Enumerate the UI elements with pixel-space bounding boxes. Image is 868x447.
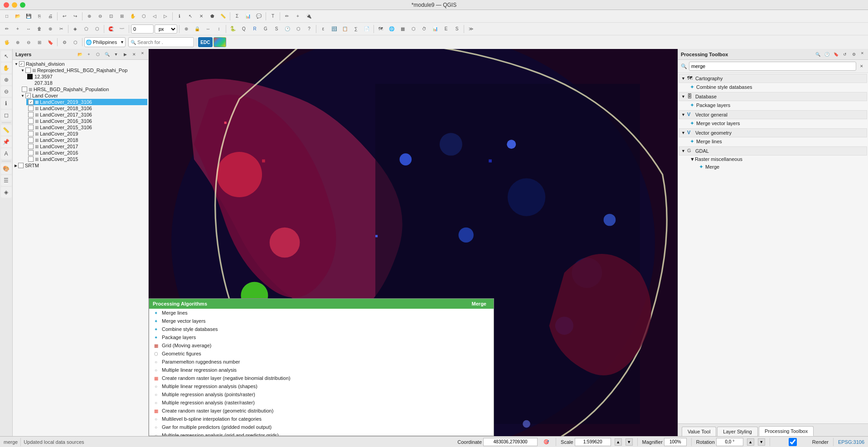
tab-value-tool[interactable]: Value Tool: [682, 427, 716, 436]
layer-landcover-group[interactable]: ▼ Land Cover: [20, 92, 147, 99]
attr-table-button[interactable]: 📋: [340, 24, 350, 34]
vertex-tool-button[interactable]: ◈: [70, 24, 80, 34]
close-button[interactable]: [4, 2, 9, 8]
rotation-up-btn[interactable]: ▲: [747, 438, 754, 446]
trace-button[interactable]: 〰: [117, 24, 127, 34]
zoom-in-tool[interactable]: ⊕: [1, 74, 12, 85]
grass-button[interactable]: G: [261, 24, 271, 34]
saga-button[interactable]: S: [272, 24, 281, 34]
layer-hrsl[interactable]: ▦ HRSL_BGD_Rajshahi_Population: [20, 86, 147, 92]
select-button[interactable]: ↖: [185, 11, 195, 21]
rotation-point-button[interactable]: ⊕: [181, 24, 191, 34]
toolbox-item-package-layers[interactable]: ✦ Package layers: [688, 101, 867, 109]
zoom-layer-button[interactable]: ⊞: [117, 11, 127, 21]
toolbox-search-input[interactable]: [689, 62, 856, 71]
chart-button[interactable]: 📊: [243, 11, 253, 21]
report-button[interactable]: 📄: [362, 24, 372, 34]
measure-tool[interactable]: 📏: [1, 125, 12, 136]
delete-feature-button[interactable]: 🗑: [34, 24, 44, 34]
help-button[interactable]: ?: [304, 24, 314, 34]
flip-horizontal-button[interactable]: ↔: [203, 24, 213, 34]
group-header-gdal[interactable]: ▼ G GDAL: [679, 146, 867, 155]
layer-checkbox[interactable]: [28, 144, 34, 149]
model-button[interactable]: ⬡: [293, 24, 303, 34]
layer-lc2019[interactable]: ▦ LandCover_2019: [26, 131, 147, 137]
group-header-database[interactable]: ▼ 🗄 Database: [679, 92, 867, 101]
layer-lc2016[interactable]: ▦ LandCover_2016: [26, 150, 147, 156]
dropdown-arrow[interactable]: ▼: [120, 40, 124, 44]
add-layer-button[interactable]: +: [293, 11, 303, 21]
edit-button[interactable]: ✏: [2, 24, 12, 34]
proc-item-grid[interactable]: ▦ Grid (Moving average): [149, 341, 494, 350]
split-feature-button[interactable]: ✂: [56, 24, 66, 34]
layer-lc2017-3106[interactable]: ▦ LandCover_2017_3106: [26, 112, 147, 118]
magnifier-input[interactable]: [664, 438, 687, 446]
flip-vertical-button[interactable]: ↕: [214, 24, 224, 34]
pan-tool[interactable]: ✋: [1, 63, 12, 73]
more-button[interactable]: ≫: [466, 24, 476, 34]
move-feature-button[interactable]: ↔: [24, 24, 34, 34]
text-button[interactable]: T: [268, 11, 278, 21]
layer-checkbox[interactable]: [28, 137, 34, 143]
timemanager-button[interactable]: ⏱: [419, 24, 429, 34]
save-project-button[interactable]: 💾: [24, 11, 34, 21]
zoom-to-layer2-button[interactable]: ⊞: [34, 37, 44, 47]
filter-layer-button[interactable]: ⬡: [94, 50, 102, 58]
coordinate-input[interactable]: [483, 438, 538, 446]
toolbox-history-btn[interactable]: 🕐: [823, 50, 831, 58]
toolbox-bookmark-btn[interactable]: 🔖: [832, 50, 840, 58]
layer-checkbox[interactable]: [18, 163, 24, 168]
proc-item-geometric[interactable]: ⬡ Geometric figures: [149, 350, 494, 358]
layer-checkbox[interactable]: [28, 131, 34, 136]
proc-item-merge-vector[interactable]: ✦ Merge vector layers: [149, 317, 494, 325]
layer-checkbox[interactable]: [25, 68, 31, 73]
toolbox-settings-btn[interactable]: ⚙: [850, 50, 858, 58]
search-input[interactable]: [137, 39, 192, 45]
scale-input[interactable]: [575, 438, 611, 446]
add-feature-button[interactable]: +: [13, 24, 23, 34]
pan-button[interactable]: ✋: [128, 11, 138, 21]
select-tool[interactable]: ◻: [1, 110, 12, 121]
zoom-out-button[interactable]: ⊖: [95, 11, 105, 21]
layer-filter-button[interactable]: ⬡: [70, 37, 80, 47]
add-layer2-button[interactable]: +: [85, 50, 93, 58]
value-tool-button[interactable]: 📊: [430, 24, 440, 34]
proc-item-paramemelton[interactable]: ○ Paramemelton ruggedness number: [149, 358, 494, 366]
undo-button[interactable]: ↩: [59, 11, 69, 21]
deselect-button[interactable]: ✕: [196, 11, 206, 21]
zoom-in2-button[interactable]: ⊕: [13, 37, 23, 47]
offset-button[interactable]: ⬡: [92, 24, 102, 34]
pan-map2-button[interactable]: 🖐: [2, 37, 12, 47]
stats-button[interactable]: Σ: [232, 11, 242, 21]
style-tool[interactable]: 🎨: [1, 163, 12, 174]
globe-button[interactable]: 🌐: [387, 24, 397, 34]
layer-checkbox[interactable]: [22, 87, 27, 92]
snapping-button[interactable]: 🧲: [106, 24, 116, 34]
layer-checkbox[interactable]: [28, 156, 34, 162]
history-button[interactable]: 🕐: [282, 24, 292, 34]
edc-tool-button[interactable]: EDC: [198, 37, 213, 47]
proc-item-mra-grid[interactable]: ○ Multiple regression analysis (grid and…: [149, 431, 494, 436]
layer-properties-button[interactable]: ⚙: [59, 37, 69, 47]
plugin-button[interactable]: 🔌: [304, 11, 314, 21]
rotation-down-btn[interactable]: ▼: [758, 438, 765, 446]
rotation-input[interactable]: [716, 438, 743, 446]
scale-up-btn[interactable]: ▲: [615, 438, 622, 446]
proc-item-create-random-neg[interactable]: ▦ Create random raster layer (negative b…: [149, 374, 494, 382]
layer-lc2016-3106[interactable]: ▦ LandCover_2016_3106: [26, 118, 147, 124]
layer-checkbox[interactable]: [25, 93, 31, 98]
layer-checkbox[interactable]: [28, 99, 34, 105]
layer-reprojected[interactable]: ▼ ▦ Reprojected_HRSL_BGD_Rajshahi_Pop: [20, 67, 147, 73]
maximize-button[interactable]: [20, 2, 25, 8]
layer-search-button[interactable]: 🔍: [103, 50, 111, 58]
zoom-next-button[interactable]: ▷: [160, 11, 170, 21]
epsg-label[interactable]: EPSG:3106: [838, 439, 864, 445]
layer-lc2019-3106[interactable]: ▦ LandCover_2019_3106: [26, 99, 147, 105]
open-project-button[interactable]: 📂: [13, 11, 23, 21]
toolbox-item-merge-lines[interactable]: ✦ Merge lines: [688, 137, 867, 146]
subgroup-raster-misc[interactable]: ▼ Raster miscellaneous: [688, 155, 867, 163]
toolbox-refresh-btn[interactable]: ↺: [841, 50, 849, 58]
proc-item-gwr[interactable]: ○ Gwr for multiple predictors (gridded m…: [149, 423, 494, 431]
layer-checkbox[interactable]: [28, 150, 34, 155]
proc-item-combine-style[interactable]: ✦ Combine style databases: [149, 325, 494, 333]
